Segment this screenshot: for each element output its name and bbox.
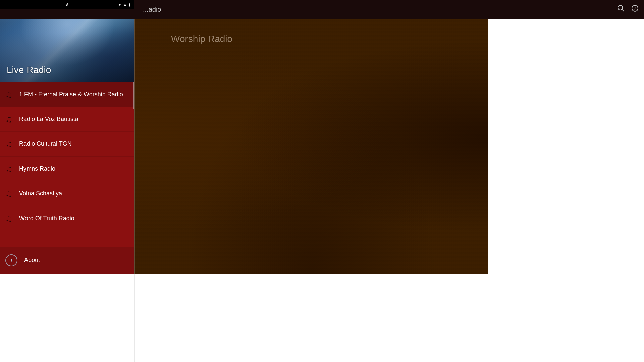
music-icon: ♫ [5,188,12,199]
status-time: 12:40 [3,2,17,8]
main-content: Worship Radio [134,0,488,274]
about-label: About [24,257,40,264]
sidebar-item-radio-la-voz[interactable]: ♫ Radio La Voz Bautista [0,107,134,132]
music-icon: ♫ [5,164,12,174]
status-bar: 12:40 A ▼ ▲ ▮ [0,0,134,9]
main-layout: Live Radio ♫ 1.FM - Eternal Praise & Wor… [0,0,488,274]
sidebar-item-label: Radio Cultural TGN [19,140,72,148]
sidebar-item-label: Hymns Radio [19,165,55,173]
music-icon: ♫ [5,213,12,224]
battery-icon: ▮ [128,2,131,7]
wifi-icon: ▼ [118,2,122,7]
sidebar-item-label: Word Of Truth Radio [19,215,74,222]
about-section[interactable]: i About [0,247,134,274]
sidebar-item-eternal-praise[interactable]: ♫ 1.FM - Eternal Praise & Worship Radio [0,82,134,107]
music-icon: ♫ [5,114,12,125]
about-info-icon: i [5,254,17,266]
sidebar-item-volna[interactable]: ♫ Volna Schastiya [0,181,134,206]
sidebar-item-radio-cultural[interactable]: ♫ Radio Cultural TGN [0,132,134,157]
sidebar-item-label: Volna Schastiya [19,190,62,197]
music-icon: ♫ [5,139,12,149]
content-section-title: Worship Radio [171,34,232,44]
sidebar-item-word-of-truth[interactable]: ♫ Word Of Truth Radio [0,206,134,231]
sidebar-item-label: 1.FM - Eternal Praise & Worship Radio [19,90,123,98]
music-icon: ♫ [5,89,12,100]
sidebar-item-hymns-radio[interactable]: ♫ Hymns Radio [0,157,134,181]
status-icon-a: A [66,3,69,7]
sidebar-divider [134,19,135,274]
sidebar: Live Radio ♫ 1.FM - Eternal Praise & Wor… [0,0,134,274]
signal-icon: ▲ [123,2,127,7]
hero-title: Live Radio [7,65,51,75]
status-icons: ▼ ▲ ▮ [118,2,131,7]
sidebar-list: ♫ 1.FM - Eternal Praise & Worship Radio … [0,82,134,247]
sidebar-item-label: Radio La Voz Bautista [19,115,78,123]
